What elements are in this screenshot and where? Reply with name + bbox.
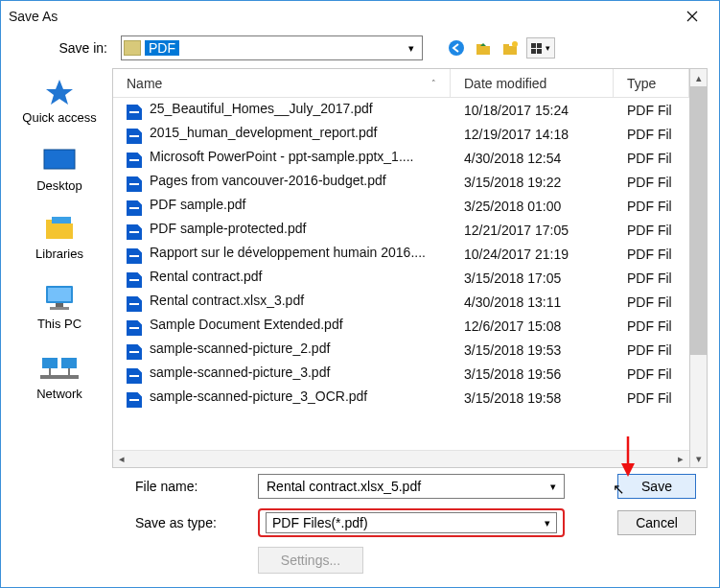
file-name-value: Rental contract.xlsx_5.pdf: [267, 479, 421, 494]
desktop-icon: [39, 146, 80, 175]
title-bar: Save As: [1, 1, 719, 32]
file-row[interactable]: 2015_human_development_report.pdf12/19/2…: [113, 122, 689, 146]
file-date: 10/18/2017 15:24: [451, 103, 614, 118]
file-date: 12/21/2017 17:05: [451, 223, 614, 238]
file-row[interactable]: sample-scanned-picture_3_OCR.pdf3/15/201…: [113, 386, 689, 410]
file-date: 3/15/2018 17:05: [451, 270, 614, 286]
pdf-file-icon: [127, 224, 142, 240]
file-type: PDF Fil: [614, 390, 689, 406]
close-button[interactable]: [673, 1, 711, 32]
chevron-down-icon: ▾: [403, 42, 420, 55]
new-folder-button[interactable]: [499, 37, 521, 59]
file-row[interactable]: Sample Document Extended.pdf12/6/2017 15…: [113, 314, 689, 338]
file-type: PDF Fil: [614, 318, 689, 334]
svg-rect-3: [476, 46, 490, 55]
horizontal-scrollbar[interactable]: ◂ ▸: [113, 450, 689, 467]
file-type: PDF Fil: [614, 247, 689, 262]
file-date: 12/6/2017 15:08: [451, 318, 614, 334]
close-icon: [686, 11, 698, 22]
pdf-file-icon: [127, 176, 142, 192]
svg-point-2: [449, 40, 464, 56]
file-type: PDF Fil: [614, 175, 689, 190]
view-menu-button[interactable]: ▾: [526, 37, 555, 59]
file-row[interactable]: Rapport sur le développement humain 2016…: [113, 242, 689, 266]
back-button[interactable]: [446, 37, 467, 59]
pdf-file-icon: [127, 129, 142, 144]
file-row[interactable]: sample-scanned-picture_3.pdf3/15/2018 19…: [113, 362, 689, 386]
scroll-down-icon[interactable]: ▾: [690, 450, 707, 467]
file-date: 3/15/2018 19:58: [451, 390, 614, 406]
file-date: 3/25/2018 01:00: [451, 199, 614, 214]
file-name-label: File name:: [135, 479, 241, 494]
file-type: PDF Fil: [614, 151, 689, 166]
svg-rect-17: [50, 307, 69, 310]
file-name: sample-scanned-picture_2.pdf: [150, 341, 330, 356]
place-label: This PC: [37, 317, 81, 331]
svg-rect-13: [52, 217, 71, 223]
back-arrow-icon: [448, 39, 465, 57]
svg-rect-15: [48, 288, 71, 301]
up-button[interactable]: [473, 37, 494, 59]
svg-rect-19: [61, 358, 77, 368]
chevron-down-icon: ▾: [546, 43, 550, 53]
file-row[interactable]: sample-scanned-picture_2.pdf3/15/2018 19…: [113, 338, 689, 362]
file-date: 10/24/2017 21:19: [451, 247, 614, 262]
scroll-right-icon[interactable]: ▸: [672, 451, 689, 468]
place-libraries[interactable]: Libraries: [35, 214, 83, 261]
libraries-icon: [40, 214, 79, 243]
scroll-up-icon[interactable]: ▴: [690, 69, 707, 86]
svg-marker-8: [46, 80, 73, 105]
column-header-date[interactable]: Date modified: [451, 69, 614, 97]
view-grid-icon: [531, 43, 542, 54]
save-in-dropdown[interactable]: PDF ▾: [121, 35, 423, 60]
network-icon: [38, 352, 81, 383]
svg-rect-20: [40, 375, 79, 379]
file-type: PDF Fil: [614, 127, 689, 142]
file-row[interactable]: 25_Beautiful_Homes__July_2017.pdf10/18/2…: [113, 98, 689, 122]
file-type: PDF Fil: [614, 199, 689, 214]
file-name-input[interactable]: Rental contract.xlsx_5.pdf ▾: [258, 474, 565, 499]
settings-button[interactable]: Settings...: [258, 547, 363, 574]
this-pc-icon: [38, 282, 81, 313]
save-button[interactable]: ↖ Save: [617, 474, 696, 499]
place-quick-access[interactable]: Quick access: [22, 78, 96, 125]
file-name: Pages from vancouver-2016-budget.pdf: [150, 173, 386, 188]
file-name: Microsoft PowerPoint - ppt-sample.pptx_1…: [150, 149, 413, 164]
place-network[interactable]: Network: [36, 352, 82, 401]
file-row[interactable]: PDF sample-protected.pdf12/21/2017 17:05…: [113, 218, 689, 242]
main-area: Quick access Desktop Libraries This PC N…: [1, 68, 719, 468]
pdf-file-icon: [127, 344, 142, 360]
file-name: 2015_human_development_report.pdf: [150, 125, 377, 140]
save-as-type-label: Save as type:: [135, 515, 241, 530]
cancel-button[interactable]: Cancel: [617, 510, 696, 535]
column-header-type[interactable]: Type: [614, 69, 689, 97]
file-type: PDF Fil: [614, 223, 689, 238]
file-date: 3/15/2018 19:56: [451, 366, 614, 382]
place-label: Desktop: [36, 178, 82, 193]
scrollbar-thumb[interactable]: [690, 86, 707, 355]
file-row[interactable]: Pages from vancouver-2016-budget.pdf3/15…: [113, 170, 689, 194]
save-as-type-highlight: PDF Files(*.pdf) ▾: [258, 508, 565, 537]
file-row[interactable]: Rental contract.pdf3/15/2018 17:05PDF Fi…: [113, 266, 689, 290]
svg-rect-16: [56, 303, 63, 307]
pdf-file-icon: [127, 200, 142, 216]
svg-rect-11: [46, 223, 73, 239]
column-header-name[interactable]: Name˄: [113, 69, 451, 97]
file-name: 25_Beautiful_Homes__July_2017.pdf: [150, 101, 373, 116]
save-in-label: Save in:: [20, 40, 111, 56]
pdf-file-icon: [127, 320, 142, 336]
place-this-pc[interactable]: This PC: [37, 282, 81, 331]
cursor-icon: ↖: [613, 481, 625, 498]
file-row[interactable]: Rental contract.xlsx_3.pdf4/30/2018 13:1…: [113, 290, 689, 314]
file-list-pane: Name˄ Date modified Type 25_Beautiful_Ho…: [112, 68, 690, 468]
toolbar: Save in: PDF ▾ ▾: [1, 32, 719, 68]
file-rows: 25_Beautiful_Homes__July_2017.pdf10/18/2…: [113, 98, 689, 450]
pdf-file-icon: [127, 248, 142, 264]
file-row[interactable]: Microsoft PowerPoint - ppt-sample.pptx_1…: [113, 146, 689, 170]
place-desktop[interactable]: Desktop: [36, 146, 82, 193]
save-as-type-dropdown[interactable]: PDF Files(*.pdf) ▾: [266, 512, 557, 533]
scroll-left-icon[interactable]: ◂: [113, 451, 130, 468]
file-row[interactable]: PDF sample.pdf3/25/2018 01:00PDF Fil: [113, 194, 689, 218]
svg-point-7: [512, 41, 518, 47]
vertical-scrollbar[interactable]: ▴ ▾: [690, 68, 708, 468]
